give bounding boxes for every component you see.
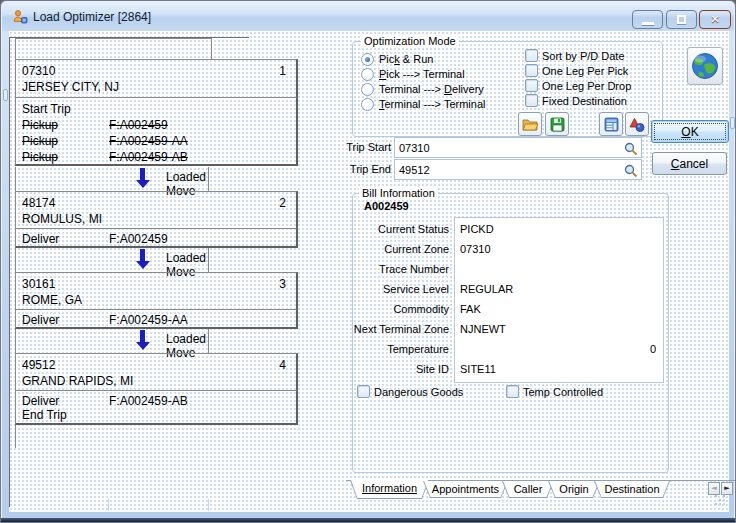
- stop-city: JERSEY CITY, NJ: [22, 79, 286, 95]
- minimize-button[interactable]: [632, 10, 663, 29]
- stop-action: Deliver: [22, 394, 109, 408]
- magnifier-icon: [624, 164, 638, 178]
- bill-details-box: [454, 217, 664, 383]
- radio-terminal-terminal[interactable]: [361, 98, 374, 111]
- report-icon: [604, 117, 619, 132]
- bill-field-value: NJNEWT: [460, 323, 506, 335]
- trip-end-lookup-button[interactable]: [622, 162, 639, 179]
- stop-sequence: 4: [279, 357, 286, 373]
- group-title: Optimization Mode: [361, 35, 459, 47]
- stop-action: Pickup: [22, 117, 109, 133]
- close-button[interactable]: ✕: [699, 10, 731, 29]
- stop-city: ROME, GA: [22, 292, 286, 308]
- stop-bill: F:A002459-AA: [109, 313, 188, 328]
- checkbox-label: Temp Controlled: [523, 386, 603, 399]
- bill-field-label: Service Level: [353, 283, 449, 295]
- stop-zone: 49512: [22, 357, 279, 373]
- stop-zone: 30161: [22, 276, 279, 292]
- arrow-down-icon: [140, 330, 145, 342]
- loaded-move-1: Loaded Move: [15, 167, 209, 191]
- stop-bill: F:A002459: [109, 232, 168, 247]
- stop-action: Pickup: [22, 133, 109, 149]
- bill-field-value: 0: [460, 343, 656, 355]
- globe-icon: [691, 52, 719, 80]
- tab-appointments[interactable]: Appointments: [423, 481, 508, 498]
- stop-sequence: 2: [279, 195, 286, 211]
- itinerary-panel[interactable]: 073101 JERSEY CITY, NJ Start Trip Pickup…: [9, 37, 341, 507]
- magnifier-icon: [624, 142, 638, 156]
- bill-field-value: 07310: [460, 243, 491, 255]
- load-optimizer-window: Load Optimizer [2864] ✕ 073101 JERSEY CI…: [0, 0, 736, 523]
- stop-zone: 48174: [22, 195, 279, 211]
- frame-notch-left: [3, 89, 8, 101]
- checkbox-temp-controlled[interactable]: [506, 385, 519, 398]
- bill-field-value: SITE11: [460, 363, 496, 375]
- optimize-button[interactable]: [625, 112, 649, 136]
- report-button[interactable]: [599, 112, 623, 136]
- tab-scroll-left-icon[interactable]: ◄: [708, 482, 720, 495]
- checkbox-one-leg-per-drop[interactable]: [525, 79, 538, 92]
- radio-pick-terminal[interactable]: [361, 68, 374, 81]
- tab-destination[interactable]: Destination: [594, 481, 670, 498]
- window-title: Load Optimizer [2864]: [33, 10, 151, 24]
- stop-1-details[interactable]: Start Trip PickupF:A002459 PickupF:A0024…: [15, 98, 298, 166]
- stop-action: Deliver: [22, 313, 109, 328]
- tab-origin[interactable]: Origin: [548, 481, 600, 498]
- resize-grip[interactable]: [715, 495, 717, 497]
- stop-3-details[interactable]: DeliverF:A002459-AA: [15, 310, 298, 329]
- minimize-icon: [642, 22, 654, 25]
- checkbox-one-leg-per-pick[interactable]: [525, 64, 538, 77]
- radio-terminal-delivery[interactable]: [361, 83, 374, 96]
- stop-zone: 07310: [22, 63, 279, 79]
- arrow-down-icon: [140, 168, 145, 180]
- stop-4-details[interactable]: DeliverF:A002459-AB End Trip: [15, 391, 298, 425]
- bill-information-group: Bill Information A002459 Current Status …: [352, 193, 669, 473]
- stop-2-header[interactable]: 481742 ROMULUS, MI: [15, 191, 298, 229]
- stop-action: Deliver: [22, 232, 109, 247]
- stop-city: GRAND RAPIDS, MI: [22, 373, 286, 389]
- restore-button[interactable]: [666, 10, 697, 29]
- arrow-down-icon: [140, 249, 145, 261]
- cancel-button[interactable]: Cancel: [652, 152, 727, 175]
- scroll-tick: [208, 499, 209, 511]
- trip-start-value: 07310: [399, 142, 430, 154]
- bill-field-label: Current Status: [353, 223, 449, 235]
- trip-end-field[interactable]: 49512: [394, 159, 642, 180]
- stop-action: Pickup: [22, 149, 109, 165]
- globe-button[interactable]: [687, 47, 723, 85]
- checkbox-fixed-destination[interactable]: [525, 94, 538, 107]
- window-bottom-edge: [1, 518, 735, 522]
- stop-bill: F:A002459: [109, 117, 168, 133]
- bill-field-label: Temperature: [353, 343, 449, 355]
- checkbox-label: Fixed Destination: [542, 95, 627, 108]
- close-icon: ✕: [710, 14, 719, 25]
- trip-start-field[interactable]: 07310: [394, 137, 642, 158]
- tab-caller[interactable]: Caller: [502, 481, 554, 498]
- stop-bill: F:A002459-AB: [109, 394, 188, 408]
- title-bar[interactable]: Load Optimizer [2864] ✕: [2, 2, 734, 31]
- checkbox-label: Dangerous Goods: [374, 386, 463, 399]
- radio-label: Pick ---> Terminal: [379, 68, 465, 81]
- stop-city: ROMULUS, MI: [22, 211, 286, 227]
- stop-1-header[interactable]: 073101 JERSEY CITY, NJ: [15, 59, 298, 98]
- checkbox-sort-by-pd-date[interactable]: [525, 49, 538, 62]
- dialog-client-area: 073101 JERSEY CITY, NJ Start Trip Pickup…: [9, 31, 729, 512]
- checkbox-label: One Leg Per Drop: [542, 80, 631, 93]
- itinerary-end-stub: [15, 425, 298, 448]
- open-button[interactable]: [518, 112, 542, 136]
- bill-field-label: Site ID: [353, 363, 449, 375]
- tab-information[interactable]: Information: [350, 480, 429, 499]
- app-icon: [12, 9, 28, 25]
- stop-4-header[interactable]: 495124 GRAND RAPIDS, MI: [15, 353, 298, 391]
- bill-field-label: Trace Number: [353, 263, 449, 275]
- tab-scroll-right-icon[interactable]: ►: [721, 482, 733, 495]
- radio-pick-and-run[interactable]: [361, 53, 374, 66]
- stop-2-details[interactable]: DeliverF:A002459: [15, 229, 298, 248]
- ok-button[interactable]: OK: [651, 120, 729, 143]
- stop-3-header[interactable]: 301613 ROME, GA: [15, 272, 298, 310]
- optimization-mode-group: Optimization Mode Pick & Run Pick ---> T…: [352, 41, 663, 137]
- trip-start-lookup-button[interactable]: [622, 140, 639, 157]
- loaded-move-2: Loaded Move: [15, 248, 209, 272]
- save-button[interactable]: [545, 112, 569, 136]
- checkbox-dangerous-goods[interactable]: [357, 385, 370, 398]
